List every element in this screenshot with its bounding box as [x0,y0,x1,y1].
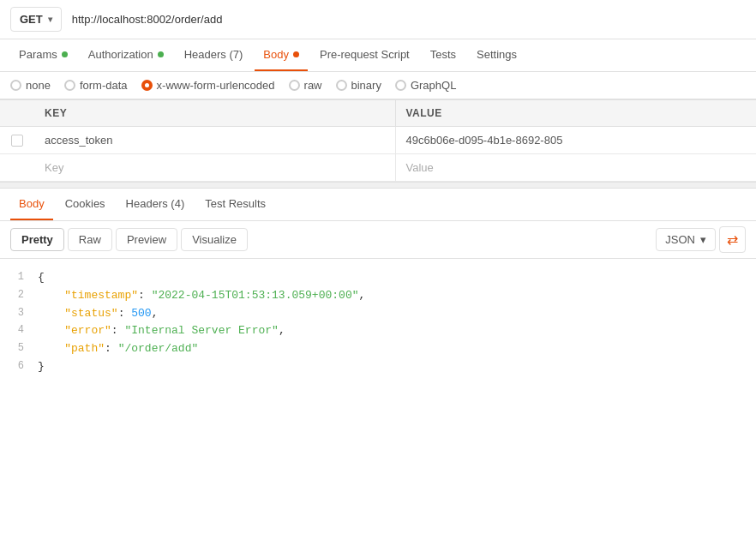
json-key: "timestamp" [38,289,138,302]
tab-body[interactable]: Body [255,39,308,71]
code-line-3: 3 "status": 500, [10,305,746,323]
code-content: "timestamp": "2022-04-15T01:53:13.059+00… [38,287,365,305]
code-line-1: 1 { [10,269,746,287]
radio-form-data-circle [64,80,75,91]
method-label: GET [20,13,43,26]
authorization-dot [158,51,164,57]
tab-headers-label: Headers (7) [184,48,243,61]
wrap-icon: ⇄ [727,231,738,248]
kv-row1-check[interactable] [0,128,34,153]
kv-value-header: VALUE [395,100,757,126]
radio-urlencoded-circle [141,80,153,91]
kv-row2-value[interactable]: Value [395,154,757,181]
radio-form-data-label: form-data [80,79,128,92]
radio-none-circle [10,80,21,91]
checkbox[interactable] [11,135,23,147]
response-tab-test-results[interactable]: Test Results [196,189,274,220]
tab-settings[interactable]: Settings [468,39,525,71]
line-number: 4 [10,322,24,339]
radio-urlencoded-label: x-www-form-urlencoded [157,79,275,92]
code-line-2: 2 "timestamp": "2022-04-15T01:53:13.059+… [10,287,746,305]
code-content: "error": "Internal Server Error", [38,322,285,340]
kv-row1-key[interactable]: access_token [34,127,395,153]
line-number: 3 [10,305,24,321]
method-selector[interactable]: GET ▾ [10,7,62,32]
radio-raw-circle [289,80,300,91]
radio-raw[interactable]: raw [289,79,322,92]
url-input[interactable] [69,9,746,29]
radio-raw-label: raw [304,79,322,92]
kv-row1-value[interactable]: 49c6b06e-d095-4b1e-8692-805 [395,127,757,153]
radio-graphql-label: GraphQL [411,79,456,92]
code-line-5: 5 "path": "/order/add" [10,340,746,358]
kv-row2-key[interactable]: Key [34,154,395,181]
kv-check-col [0,100,34,126]
format-btn-preview-label: Preview [127,233,166,246]
tab-prerequest-label: Pre-request Script [320,48,410,61]
tab-authorization[interactable]: Authorization [80,39,172,71]
format-btn-pretty-label: Pretty [21,233,53,246]
kv-row2-check[interactable] [0,161,34,175]
kv-table-header: KEY VALUE [0,99,756,127]
radio-graphql-circle [395,80,406,91]
tab-params-label: Params [19,48,57,61]
response-tabs: Body Cookies Headers (4) Test Results [0,189,756,221]
radio-none-label: none [26,79,51,92]
radio-graphql[interactable]: GraphQL [395,79,456,92]
format-btn-visualize-label: Visualize [192,233,237,246]
kv-key-header: KEY [34,100,395,126]
code-line-6: 6 } [10,358,746,376]
tab-headers[interactable]: Headers (7) [176,39,252,71]
response-code-area: 1 { 2 "timestamp": "2022-04-15T01:53:13.… [0,259,756,387]
line-number: 1 [10,269,24,285]
response-tab-cookies-label: Cookies [65,197,105,210]
tab-authorization-label: Authorization [88,48,153,61]
code-content: { [38,269,45,287]
response-tab-headers[interactable]: Headers (4) [117,189,194,220]
table-row: Key Value [0,154,756,182]
tab-prerequest[interactable]: Pre-request Script [311,39,418,71]
url-bar: GET ▾ [0,0,756,39]
format-btn-visualize[interactable]: Visualize [181,228,248,251]
body-type-bar: none form-data x-www-form-urlencoded raw… [0,72,756,99]
format-btn-raw[interactable]: Raw [68,228,112,251]
format-btn-raw-label: Raw [79,233,101,246]
tab-params[interactable]: Params [10,39,76,71]
format-bar: Pretty Raw Preview Visualize JSON ▾ ⇄ [0,221,756,259]
code-content: "path": "/order/add" [38,340,198,358]
chevron-down-icon: ▾ [700,233,706,246]
request-tabs: Params Authorization Headers (7) Body Pr… [0,39,756,72]
wrap-button[interactable]: ⇄ [719,226,746,253]
section-divider [0,182,756,189]
response-tab-body-label: Body [19,197,45,210]
tab-body-label: Body [263,48,289,61]
format-btn-pretty[interactable]: Pretty [10,228,64,251]
code-content: "status": 500, [38,305,158,323]
line-number: 6 [10,358,24,375]
format-type-label: JSON [665,233,695,246]
tab-settings-label: Settings [477,48,517,61]
response-tab-body[interactable]: Body [10,189,53,220]
tab-tests[interactable]: Tests [422,39,465,71]
json-key: "status" [38,307,118,320]
response-tab-headers-label: Headers (4) [126,197,185,210]
table-row: access_token 49c6b06e-d095-4b1e-8692-805 [0,127,756,154]
response-tab-cookies[interactable]: Cookies [57,189,114,220]
radio-urlencoded[interactable]: x-www-form-urlencoded [141,79,275,92]
radio-form-data[interactable]: form-data [64,79,128,92]
response-tab-test-results-label: Test Results [205,197,266,210]
line-number: 2 [10,287,24,303]
tab-tests-label: Tests [430,48,456,61]
code-line-4: 4 "error": "Internal Server Error", [10,322,746,340]
json-key: "path" [38,342,105,355]
chevron-down-icon: ▾ [48,15,52,24]
radio-binary-label: binary [351,79,381,92]
params-dot [62,51,68,57]
radio-binary-circle [336,80,347,91]
format-btn-preview[interactable]: Preview [116,228,177,251]
code-content: } [38,358,45,376]
line-number: 5 [10,340,24,357]
radio-binary[interactable]: binary [336,79,381,92]
radio-none[interactable]: none [10,79,51,92]
format-type-select[interactable]: JSON ▾ [656,228,716,251]
